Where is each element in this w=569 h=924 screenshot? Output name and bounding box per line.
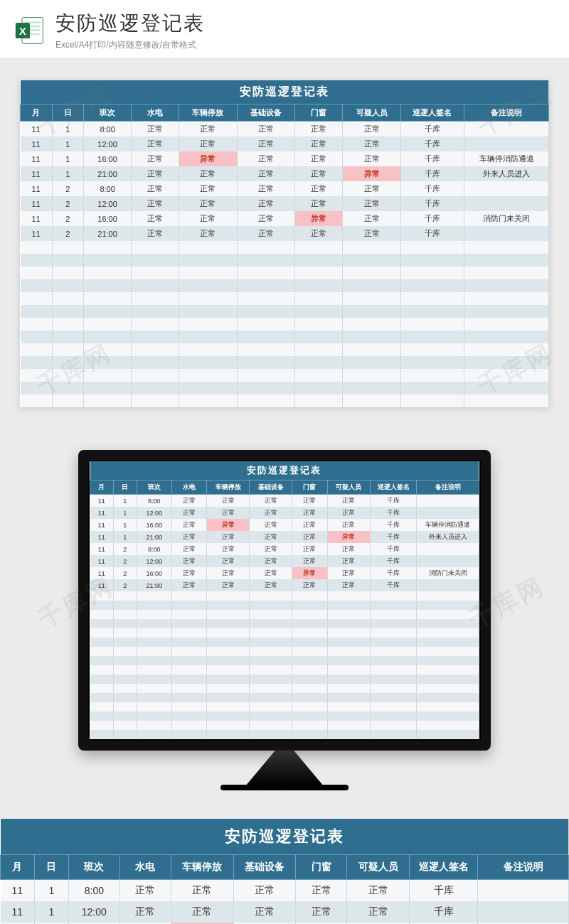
cell-water: 正常 (171, 579, 206, 591)
cell-vehicle: 正常 (171, 880, 233, 902)
column-header: 月 (90, 480, 114, 495)
column-header: 门窗 (295, 104, 343, 122)
patrol-table-main: 安防巡逻登记表月日班次水电车辆停放基础设备门窗可疑人员巡逻人签名备注说明1118… (20, 80, 549, 407)
table-row: 11216:00正常正常正常异常正常千库消防门未关闭 (90, 567, 479, 579)
table-row-empty (90, 675, 479, 684)
cell-shift: 8:00 (84, 122, 132, 137)
cell-month: 11 (90, 567, 114, 579)
cell-note (478, 901, 569, 923)
page-title: 安防巡逻登记表 (55, 10, 555, 37)
cell-suspect: 正常 (343, 151, 401, 166)
cell-equipment: 正常 (233, 880, 296, 902)
cell-note: 外来人员进入 (464, 166, 549, 181)
table-row-empty (21, 356, 549, 369)
cell-equipment: 正常 (233, 901, 296, 923)
cell-water: 正常 (171, 555, 206, 567)
cell-sign: 千库 (370, 543, 417, 555)
cell-day: 2 (52, 196, 84, 211)
column-header: 水电 (132, 104, 179, 122)
excel-icon: X (14, 15, 46, 46)
cell-shift: 21:00 (84, 166, 132, 181)
cell-door: 正常 (296, 880, 347, 902)
cell-water: 正常 (119, 901, 171, 923)
cell-door: 异常 (292, 567, 327, 579)
column-header: 班次 (137, 480, 171, 495)
cell-month: 11 (90, 579, 114, 591)
cell-vehicle: 正常 (207, 567, 250, 579)
table-row-empty (21, 305, 549, 318)
sheet-preview-bottom: 安防巡逻登记表月日班次水电车辆停放基础设备门窗可疑人员巡逻人签名备注说明1118… (0, 819, 569, 924)
column-header: 月 (1, 855, 35, 880)
cell-day: 2 (52, 181, 84, 196)
cell-equipment: 正常 (250, 507, 292, 519)
cell-water: 正常 (171, 519, 206, 531)
table-row: 11221:00正常正常正常正常正常千库 (21, 226, 549, 241)
cell-door: 正常 (295, 166, 343, 181)
table-row-empty (90, 684, 479, 693)
cell-sign: 千库 (370, 567, 417, 579)
cell-month: 11 (90, 495, 114, 507)
cell-equipment: 正常 (250, 555, 292, 567)
page-header: X 安防巡逻登记表 Excel/A4打印/内容随意修改/自带格式 (0, 0, 569, 59)
cell-note (478, 880, 569, 902)
column-header: 班次 (68, 855, 119, 880)
cell-day: 1 (52, 151, 84, 166)
cell-water: 正常 (132, 196, 179, 211)
cell-door: 正常 (292, 507, 327, 519)
cell-note (417, 555, 479, 567)
cell-suspect: 正常 (347, 880, 410, 902)
column-header: 门窗 (296, 855, 347, 880)
cell-suspect: 正常 (327, 543, 370, 555)
cell-shift: 12:00 (68, 901, 119, 923)
cell-shift: 21:00 (84, 226, 132, 241)
cell-equipment: 正常 (237, 136, 295, 151)
table-row-empty (90, 702, 479, 711)
column-header: 巡逻人签名 (400, 104, 464, 122)
cell-equipment: 正常 (237, 166, 295, 181)
cell-suspect: 正常 (327, 507, 370, 519)
cell-door: 正常 (296, 901, 347, 923)
cell-note (417, 495, 479, 507)
column-header: 备注说明 (464, 104, 549, 122)
column-header: 可疑人员 (343, 104, 401, 122)
cell-month: 11 (90, 555, 114, 567)
table-row-empty (21, 267, 549, 279)
table-row-empty (21, 292, 549, 305)
cell-door: 正常 (292, 531, 327, 543)
column-header: 可疑人员 (327, 480, 370, 495)
cell-equipment: 正常 (237, 196, 295, 211)
cell-note: 外来人员进入 (417, 531, 479, 543)
cell-equipment: 正常 (250, 543, 292, 555)
cell-equipment: 正常 (250, 519, 292, 531)
cell-shift: 16:00 (84, 151, 132, 166)
table-row-empty (90, 610, 479, 619)
cell-suspect: 正常 (343, 122, 401, 137)
cell-sign: 千库 (400, 181, 464, 196)
sheet-preview-main: 安防巡逻登记表月日班次水电车辆停放基础设备门窗可疑人员巡逻人签名备注说明1118… (20, 80, 549, 407)
cell-note (464, 226, 549, 241)
column-header: 备注说明 (478, 855, 569, 880)
cell-equipment: 正常 (250, 531, 292, 543)
table-title: 安防巡逻登记表 (21, 80, 549, 104)
cell-shift: 12:00 (137, 555, 171, 567)
cell-suspect: 正常 (327, 519, 370, 531)
cell-month: 11 (21, 166, 53, 181)
column-header: 巡逻人签名 (410, 855, 478, 880)
cell-suspect: 异常 (343, 166, 401, 181)
cell-equipment: 正常 (237, 181, 295, 196)
cell-month: 11 (1, 880, 35, 902)
cell-equipment: 正常 (250, 579, 292, 591)
cell-vehicle: 异常 (207, 519, 250, 531)
cell-sign: 千库 (400, 196, 464, 211)
table-row-empty (90, 647, 479, 656)
cell-day: 1 (52, 166, 84, 181)
cell-month: 11 (21, 136, 53, 151)
cell-day: 2 (52, 211, 84, 226)
cell-door: 异常 (295, 211, 343, 226)
cell-sign: 千库 (410, 901, 478, 923)
cell-month: 11 (21, 211, 53, 226)
column-header: 月 (21, 104, 53, 122)
cell-month: 11 (21, 151, 53, 166)
table-row-empty (21, 318, 549, 331)
cell-sign: 千库 (400, 136, 464, 151)
